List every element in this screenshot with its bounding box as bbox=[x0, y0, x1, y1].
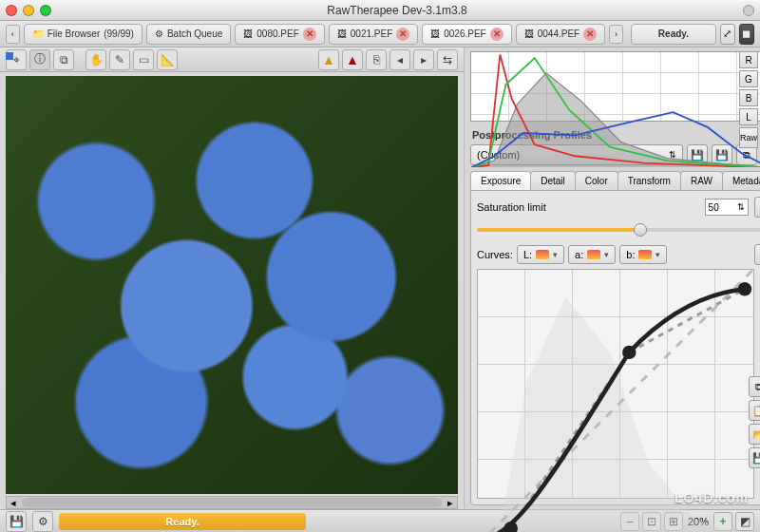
scroll-right-icon[interactable]: ▸ bbox=[444, 497, 457, 509]
close-tab-icon[interactable]: ✕ bbox=[303, 28, 316, 41]
tab-image-1[interactable]: 🖼 0021.PEF ✕ bbox=[329, 24, 418, 45]
close-window-button[interactable] bbox=[6, 5, 17, 16]
minimize-window-button[interactable] bbox=[23, 5, 34, 16]
histogram-indicator bbox=[6, 52, 13, 60]
straighten-tool-button[interactable]: 📐 bbox=[157, 49, 178, 70]
curve-channel-a[interactable]: a: ▾ bbox=[568, 245, 616, 264]
save-image-button[interactable]: 💾 bbox=[6, 511, 27, 532]
tab-raw[interactable]: RAW bbox=[680, 171, 723, 190]
tab-label: 0044.PEF bbox=[538, 28, 580, 39]
prev-image-button[interactable]: ◂ bbox=[390, 49, 410, 70]
window-proxy-icon bbox=[743, 5, 754, 16]
saturation-reset-button[interactable]: ↺ bbox=[754, 197, 760, 218]
curves-reset-button[interactable]: ↺ bbox=[754, 244, 760, 265]
channel-r-button[interactable]: R bbox=[739, 51, 758, 68]
tab-label: File Browser bbox=[48, 28, 101, 39]
window-titlebar: RawTherapee Dev-3.1m3.8 bbox=[0, 0, 760, 21]
image-icon: 🖼 bbox=[243, 28, 253, 39]
warning-triangle-icon: ▲ bbox=[346, 52, 359, 67]
scroll-thumb[interactable] bbox=[22, 498, 442, 507]
channel-g-button[interactable]: G bbox=[739, 70, 758, 87]
color-picker-tool-button[interactable]: ✎ bbox=[109, 49, 130, 70]
window-title: RawTherapee Dev-3.1m3.8 bbox=[51, 4, 743, 17]
next-image-button[interactable]: ▸ bbox=[413, 49, 434, 70]
slider-knob[interactable] bbox=[634, 223, 647, 237]
tone-curve-editor[interactable] bbox=[477, 269, 754, 499]
global-status-label: Ready. bbox=[631, 24, 716, 45]
info-toggle-button[interactable]: ⓘ bbox=[29, 49, 50, 70]
tab-label: 0080.PEF bbox=[256, 28, 298, 39]
fullscreen-toggle-button[interactable]: ⤢ bbox=[720, 24, 735, 45]
chevron-down-icon: ▾ bbox=[553, 250, 558, 259]
tab-batch-queue[interactable]: ⚙ Batch Queue bbox=[146, 24, 231, 45]
document-tab-bar: ‹ 📁 File Browser (99/99) ⚙ Batch Queue 🖼… bbox=[0, 21, 760, 48]
histogram-plot bbox=[471, 52, 760, 167]
close-tab-icon[interactable]: ✕ bbox=[583, 28, 597, 41]
editor-toolbar: ⌖ ⓘ ⧉ ✋ ✎ ▭ 📐 ▲ ▲ ⎘ ◂ ▸ ⇆ bbox=[0, 48, 464, 72]
chevron-down-icon: ▾ bbox=[656, 250, 660, 259]
tab-detail[interactable]: Detail bbox=[530, 171, 576, 190]
tools-panel: R G B L Raw Postprocessing Profiles (Cus… bbox=[464, 48, 760, 509]
tab-count: (99/99) bbox=[104, 28, 134, 39]
tab-color[interactable]: Color bbox=[575, 171, 618, 190]
image-icon: 🖼 bbox=[524, 28, 534, 39]
gears-icon: ⚙ bbox=[38, 515, 48, 528]
expand-icon: ⤢ bbox=[723, 28, 732, 40]
hand-tool-button[interactable]: ✋ bbox=[86, 49, 106, 70]
horizontal-scrollbar[interactable]: ◂ ▸ bbox=[6, 496, 458, 509]
link-zoom-button[interactable]: ⎘ bbox=[366, 49, 387, 70]
tab-exposure[interactable]: Exposure bbox=[470, 171, 531, 190]
curve-swatch-icon bbox=[587, 250, 600, 259]
curve-swatch-icon bbox=[536, 250, 549, 259]
tab-label: 0021.PEF bbox=[351, 28, 392, 39]
histogram[interactable] bbox=[470, 51, 760, 122]
copy-icon: ⧉ bbox=[755, 381, 760, 393]
curves-label: Curves: bbox=[477, 249, 513, 260]
tab-scroll-right-button[interactable]: › bbox=[609, 25, 623, 44]
curve-copy-button[interactable]: ⧉ bbox=[749, 376, 760, 397]
editor-pane: ⌖ ⓘ ⧉ ✋ ✎ ▭ 📐 ▲ ▲ ⎘ ◂ ▸ ⇆ ◂ ▸ bbox=[0, 48, 464, 509]
clipped-shadows-toggle[interactable]: ▲ bbox=[318, 49, 339, 70]
sync-button[interactable]: ⇆ bbox=[437, 49, 458, 70]
curve-channel-b[interactable]: b: ▾ bbox=[619, 245, 667, 264]
tab-image-3[interactable]: 🖼 0044.PEF ✕ bbox=[516, 24, 605, 45]
preview-image bbox=[6, 76, 458, 494]
curve-side-buttons: ⧉ 📋 📂 💾 bbox=[749, 376, 760, 468]
channel-l-button[interactable]: L bbox=[739, 108, 758, 125]
channel-raw-button[interactable]: Raw bbox=[739, 127, 758, 148]
watermark-text: LO4D.com bbox=[674, 490, 749, 505]
clipped-highlights-toggle[interactable]: ▲ bbox=[342, 49, 363, 70]
tab-image-0[interactable]: 🖼 0080.PEF ✕ bbox=[235, 24, 324, 45]
scroll-left-icon[interactable]: ◂ bbox=[7, 497, 20, 509]
close-tab-icon[interactable]: ✕ bbox=[396, 28, 409, 41]
curve-channel-l[interactable]: L: ▾ bbox=[517, 245, 564, 264]
theme-toggle-button[interactable]: ◼ bbox=[739, 24, 754, 45]
tab-scroll-left-button[interactable]: ‹ bbox=[6, 25, 20, 44]
tab-metadata[interactable]: Metadata bbox=[722, 171, 760, 190]
square-icon: ◼ bbox=[742, 28, 750, 40]
disk-icon: 💾 bbox=[10, 515, 24, 528]
params-tab-bar: Exposure Detail Color Transform RAW Meta… bbox=[465, 167, 760, 190]
image-canvas[interactable] bbox=[6, 76, 458, 494]
close-tab-icon[interactable]: ✕ bbox=[490, 28, 504, 41]
paste-icon: 📋 bbox=[752, 405, 760, 417]
status-ready-badge: Ready. bbox=[59, 513, 306, 530]
channel-b-button[interactable]: B bbox=[739, 89, 758, 106]
before-after-button[interactable]: ⧉ bbox=[53, 49, 74, 70]
saturation-slider[interactable] bbox=[477, 221, 760, 238]
stepper-icon[interactable]: ⇅ bbox=[737, 202, 745, 212]
saturation-value-input[interactable]: 50⇅ bbox=[705, 199, 749, 216]
image-icon: 🖼 bbox=[337, 28, 347, 39]
tab-image-2[interactable]: 🖼 0026.PEF ✕ bbox=[422, 24, 511, 45]
saturation-row: Saturation limit 50⇅ ↺ bbox=[477, 197, 760, 218]
curve-paste-button[interactable]: 📋 bbox=[749, 400, 760, 421]
zoom-window-button[interactable] bbox=[40, 5, 51, 16]
tab-file-browser[interactable]: 📁 File Browser (99/99) bbox=[24, 24, 142, 45]
send-to-queue-button[interactable]: ⚙ bbox=[32, 511, 53, 532]
curve-load-button[interactable]: 📂 bbox=[749, 424, 760, 445]
tab-transform[interactable]: Transform bbox=[618, 171, 681, 190]
tab-label: 0026.PEF bbox=[444, 28, 485, 39]
curve-save-button[interactable]: 💾 bbox=[749, 447, 760, 468]
crop-tool-button[interactable]: ▭ bbox=[133, 49, 154, 70]
svg-point-3 bbox=[622, 346, 636, 359]
